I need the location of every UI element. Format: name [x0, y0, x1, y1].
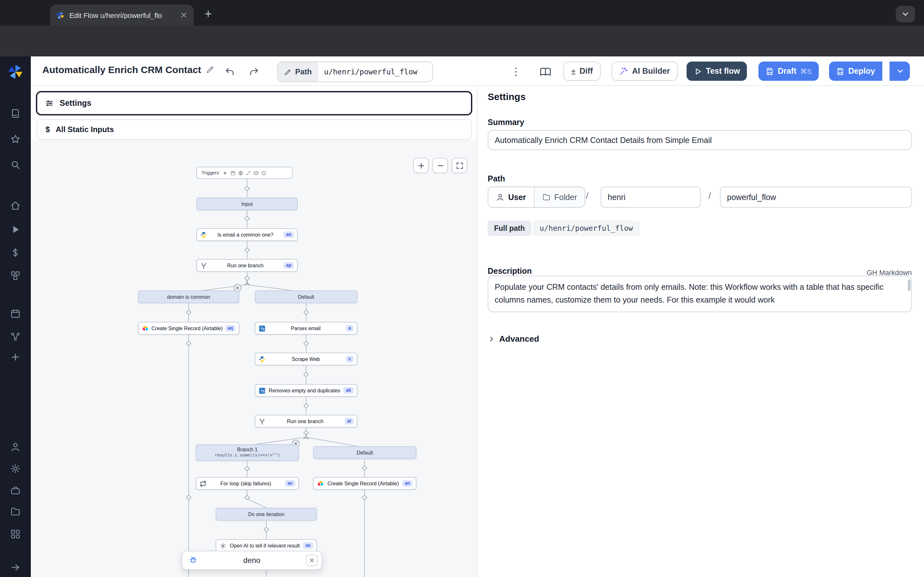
dollar-icon: $	[45, 125, 50, 134]
sidebar-settings-icon[interactable]	[10, 464, 21, 474]
app-sidebar	[0, 56, 31, 577]
flow-title[interactable]: Automatically Enrich CRM Contact	[42, 64, 214, 75]
draft-shortcut: ⌘S	[800, 67, 811, 75]
save-icon	[766, 67, 774, 75]
trigger-clock-icon[interactable]	[261, 170, 266, 175]
zoom-out-button[interactable]	[433, 158, 448, 173]
flow-branch-default-2[interactable]: Default	[313, 446, 417, 459]
all-static-inputs-item[interactable]: $ All Static Inputs	[37, 119, 472, 140]
sidebar-triggers-icon[interactable]	[10, 332, 21, 342]
deno-bug-icon	[189, 556, 198, 565]
flow-node-removes-empty[interactable]: Removes empty and duplicates ak	[255, 384, 357, 397]
flow-editor-topbar: Automatically Enrich CRM Contact Path ⋮ …	[31, 56, 924, 86]
browser-tab-strip: Edit Flow u/henri/powerful_flo	[0, 0, 924, 26]
trigger-webhook-icon[interactable]	[238, 170, 243, 175]
summary-label: Summary	[488, 118, 524, 127]
sidebar-folders-icon[interactable]	[10, 506, 21, 517]
flow-branch-1[interactable]: Branch 1 results.c.some((x)=>x!="")	[196, 444, 299, 461]
canvas-zoom-controls	[413, 158, 467, 173]
sidebar-expand-icon[interactable]	[10, 562, 21, 572]
user-toggle[interactable]: User	[488, 187, 534, 207]
flow-node-input[interactable]: Input	[196, 197, 298, 210]
diff-button[interactable]: ± Diff	[564, 61, 601, 81]
flow-node-parses-email[interactable]: Parses email a	[255, 322, 357, 335]
flow-node-create-record-right[interactable]: Create Single Record (Airtable) an	[313, 477, 417, 490]
triggers-node[interactable]: Triggers	[196, 167, 292, 179]
gh-markdown-hint: GH Markdown	[867, 269, 912, 276]
undo-button[interactable]	[223, 65, 236, 78]
sidebar-favorites-icon[interactable]	[10, 134, 21, 144]
flow-node-do-one-iteration[interactable]: Do one iteration	[216, 508, 317, 521]
ai-builder-button[interactable]: AI Builder	[612, 61, 678, 81]
zoom-in-button[interactable]	[413, 158, 429, 173]
sidebar-variables-icon[interactable]	[10, 247, 21, 258]
path-name-input[interactable]	[720, 187, 912, 208]
path-separator: /	[586, 190, 588, 201]
draft-button[interactable]: Draft ⌘S	[758, 61, 819, 81]
sidebar-runs-icon[interactable]	[10, 108, 21, 119]
typescript-icon	[258, 387, 266, 394]
sidebar-add-icon[interactable]	[10, 352, 21, 362]
test-flow-button[interactable]: Test flow	[687, 61, 747, 81]
advanced-toggle[interactable]: Advanced	[488, 334, 539, 343]
deploy-button[interactable]: Deploy	[829, 61, 882, 81]
trigger-route-icon[interactable]	[246, 170, 251, 175]
path-pencil-icon	[284, 68, 291, 75]
trigger-schedule-icon[interactable]	[230, 170, 236, 175]
diff-icon: ±	[571, 66, 575, 76]
sidebar-schedules-icon[interactable]	[10, 308, 21, 319]
path-owner-input[interactable]	[601, 187, 701, 208]
browser-tab[interactable]: Edit Flow u/henri/powerful_flo	[50, 5, 194, 26]
new-tab-button[interactable]	[202, 7, 214, 20]
folder-toggle[interactable]: Folder	[534, 187, 585, 207]
sidebar-apps-icon[interactable]	[10, 529, 21, 539]
owner-kind-toggle: User Folder	[488, 187, 585, 208]
summary-input[interactable]	[488, 130, 912, 150]
airtable-icon	[317, 480, 324, 487]
flow-node-create-record-left[interactable]: Create Single Record (Airtable) aq	[138, 322, 239, 335]
windmill-favicon	[56, 11, 65, 19]
description-textarea[interactable]: Populate your CRM contacts' details from…	[488, 276, 912, 312]
more-options-kebab[interactable]: ⋮	[511, 65, 520, 78]
flow-branch-domain-common[interactable]: domain is common	[138, 290, 239, 303]
flow-node-scrape-web[interactable]: Scrape Web c	[255, 353, 357, 366]
redo-button[interactable]	[248, 65, 260, 78]
sidebar-user-icon[interactable]	[10, 442, 21, 452]
sidebar-workers-icon[interactable]	[10, 485, 21, 496]
docs-book-icon[interactable]	[539, 65, 552, 78]
tab-title: Edit Flow u/henri/powerful_flo	[69, 11, 175, 19]
flow-node-run-one-branch[interactable]: Run one branch ap	[196, 259, 298, 272]
tab-close-icon[interactable]	[180, 11, 188, 19]
flow-node-openai-relevance[interactable]: Open AI to tell if relevant result ae	[216, 539, 317, 552]
flow-settings-panel: Settings Summary Path User Folder / / Fu…	[477, 86, 924, 577]
python-icon	[258, 356, 266, 363]
airtable-icon	[142, 325, 149, 332]
sidebar-runs-play-icon[interactable]	[10, 224, 21, 235]
sidebar-home-icon[interactable]	[10, 201, 21, 211]
fit-view-button[interactable]	[452, 158, 467, 173]
flow-path-input[interactable]	[318, 62, 433, 81]
edit-title-pencil-icon[interactable]	[206, 65, 214, 74]
screen: Edit Flow u/henri/powerful_flo app.windm…	[0, 0, 924, 577]
tab-search-button[interactable]	[896, 6, 915, 23]
openai-icon	[220, 542, 226, 549]
trigger-email-icon[interactable]	[254, 170, 258, 175]
description-label: Description	[488, 267, 532, 276]
flow-node-for-loop[interactable]: For loop (skip failures) ac	[196, 477, 299, 490]
path-separator: /	[708, 190, 711, 201]
popup-close-button[interactable]	[306, 554, 318, 566]
user-icon	[496, 193, 504, 201]
flow-branch-default[interactable]: Default	[255, 290, 357, 303]
windmill-logo[interactable]	[7, 63, 24, 80]
flow-node-email-check[interactable]: Is email a common one? ao	[196, 228, 298, 241]
flow-canvas[interactable]: Triggers Input Is email	[31, 140, 477, 577]
trigger-bolt-icon[interactable]	[223, 170, 228, 175]
flow-settings-item[interactable]: Settings	[36, 91, 472, 115]
sidebar-search-icon[interactable]	[10, 160, 21, 170]
sidebar-resources-icon[interactable]	[10, 271, 21, 281]
flow-path-chip: Path	[277, 61, 433, 82]
flow-node-run-one-branch-2[interactable]: Run one branch al	[255, 415, 357, 428]
deploy-dropdown-button[interactable]	[889, 61, 910, 81]
description-scrollbar[interactable]	[908, 279, 911, 291]
chevron-right-icon	[488, 335, 495, 343]
